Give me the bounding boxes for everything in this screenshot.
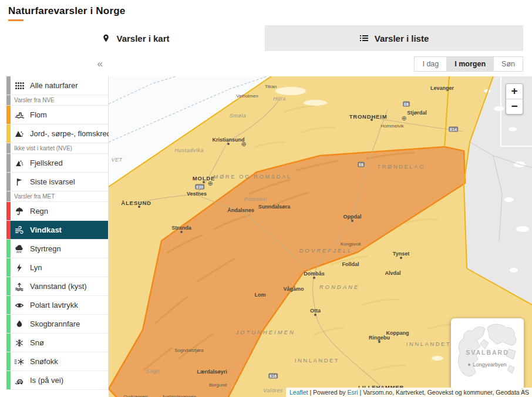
sidebar-item-polart-lavtrykk[interactable]: Polart lavtrykk bbox=[6, 296, 108, 315]
lightning-icon bbox=[13, 263, 26, 272]
strip bbox=[6, 258, 11, 277]
svalbard-inset: SVALBARD Longyearbyen bbox=[451, 318, 524, 390]
tab-label: Varsler i kart bbox=[116, 33, 169, 43]
sidebar-item-jord-sorpe-flomskred[interactable]: Jord-, sørpe-, flomskred bbox=[6, 125, 108, 143]
page-header: Naturfarevarsler i Norge bbox=[0, 0, 532, 21]
grid-icon bbox=[13, 82, 26, 90]
polar-low-icon bbox=[13, 301, 26, 310]
snowdrift-icon bbox=[13, 357, 26, 366]
map-pin-icon bbox=[102, 33, 110, 43]
landslide-icon bbox=[13, 129, 26, 139]
sidebar-section-ikke-vist-i-kartet: Ikke vist i kartet (NVE) bbox=[6, 143, 108, 154]
day-button-tomorrow[interactable]: I morgen bbox=[446, 57, 493, 71]
strip bbox=[6, 202, 11, 220]
rockslide-icon bbox=[13, 159, 26, 168]
sidebar-item-lyn[interactable]: Lyn bbox=[6, 258, 108, 277]
strip bbox=[6, 76, 11, 95]
day-button-sunday[interactable]: Søn bbox=[493, 57, 523, 71]
strip bbox=[6, 277, 11, 295]
sidebar-item-siste-isvarsel[interactable]: Siste isvarsel bbox=[6, 173, 108, 191]
strip bbox=[6, 154, 11, 172]
collapse-sidebar-button[interactable]: « bbox=[97, 59, 103, 69]
strip bbox=[6, 315, 11, 333]
sidebar-item-is-pa-vei[interactable]: Is (på vei) bbox=[6, 371, 108, 390]
view-tabs: Varsler i kart Varsler i liste bbox=[6, 25, 523, 51]
sidebar-item-snofokk[interactable]: Snøfokk bbox=[6, 352, 108, 371]
tab-label: Varsler i liste bbox=[375, 33, 429, 43]
sidebar-section-varsler-fra-nve: Varsler fra NVE bbox=[6, 95, 108, 106]
strip bbox=[6, 352, 11, 371]
umbrella-icon bbox=[13, 207, 26, 216]
strip bbox=[6, 296, 11, 314]
snow-icon bbox=[13, 338, 26, 348]
esri-link[interactable]: Esri bbox=[347, 389, 358, 396]
sidebar-item-vannstand-kyst[interactable]: Vannstand (kyst) bbox=[6, 277, 108, 296]
day-selector-row: I dag I morgen Søn bbox=[109, 51, 532, 76]
sidebar-section-varsler-fra-met: Varsler fra MET bbox=[6, 191, 108, 202]
map-zoom-control: + − bbox=[506, 83, 523, 115]
strip bbox=[6, 371, 11, 389]
sidebar-item-styrtregn[interactable]: Styrtregn bbox=[6, 240, 108, 258]
page-title: Naturfarevarsler i Norge bbox=[8, 5, 532, 17]
strip bbox=[6, 143, 11, 153]
ice-road-icon bbox=[13, 376, 26, 385]
day-button-today[interactable]: I dag bbox=[415, 57, 446, 71]
tab-varsler-i-kart[interactable]: Varsler i kart bbox=[6, 25, 265, 51]
leaflet-link[interactable]: Leaflet bbox=[289, 389, 308, 396]
zoom-out-button[interactable]: − bbox=[506, 99, 523, 114]
list-icon bbox=[359, 33, 369, 43]
inset-city-label: Longyearbyen bbox=[451, 362, 524, 368]
sidebar-item-flom[interactable]: Flom bbox=[6, 106, 108, 125]
title-accent-rule bbox=[8, 19, 23, 21]
sidebar-item-sno[interactable]: Snø bbox=[6, 334, 108, 352]
zoom-in-button[interactable]: + bbox=[506, 84, 523, 99]
strip bbox=[6, 334, 11, 352]
sidebar-item-fjellskred[interactable]: Fjellskred bbox=[6, 154, 108, 173]
strip bbox=[6, 173, 11, 191]
sidebar-item-regn[interactable]: Regn bbox=[6, 202, 108, 221]
flood-icon bbox=[13, 110, 26, 120]
map-canvas[interactable]: VETVeiholmenTitranHitraSmølaHustadvikaKr… bbox=[109, 76, 532, 397]
tab-varsler-i-liste[interactable]: Varsler i liste bbox=[265, 25, 523, 51]
water-level-icon bbox=[13, 282, 26, 291]
map-attribution: Leaflet | Powered by Esri | Varsom.no, K… bbox=[286, 388, 532, 397]
heavy-rain-icon bbox=[13, 244, 26, 254]
strip bbox=[6, 191, 11, 201]
inset-title: SVALBARD bbox=[451, 349, 524, 356]
strip bbox=[6, 240, 11, 258]
wind-icon bbox=[13, 226, 26, 235]
strip bbox=[6, 221, 11, 239]
forest-fire-icon bbox=[13, 319, 26, 329]
strip bbox=[6, 106, 11, 124]
ice-flag-icon bbox=[13, 177, 26, 187]
hazard-sidebar: Alle naturfarer Varsler fra NVE Flom Jor… bbox=[6, 76, 109, 390]
day-selector: I dag I morgen Søn bbox=[414, 56, 523, 72]
sidebar-item-vindkast[interactable]: Vindkast bbox=[6, 221, 108, 240]
strip bbox=[6, 125, 11, 143]
sidebar-item-skogbrannfare[interactable]: Skogbrannfare bbox=[6, 315, 108, 334]
sidebar-item-alle-naturfarer[interactable]: Alle naturfarer bbox=[6, 76, 108, 95]
strip bbox=[6, 95, 11, 105]
